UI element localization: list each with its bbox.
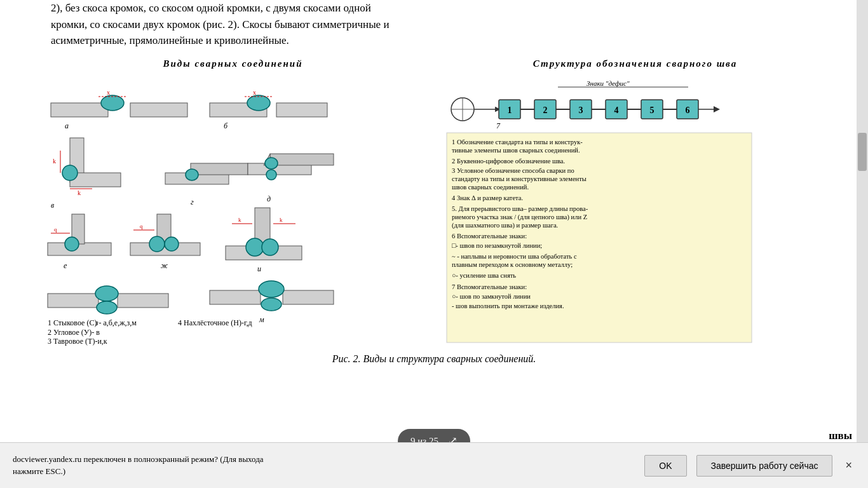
svg-text:6: 6 bbox=[686, 105, 690, 115]
joint-g: г bbox=[165, 163, 248, 207]
svg-point-54 bbox=[95, 286, 118, 301]
notification-line2: нажмите ESC.) bbox=[13, 466, 635, 477]
right-diagram-svg: Знаки "дефис" 1 bbox=[440, 74, 758, 348]
diagram-area: Виды сварных соединений x bbox=[0, 58, 868, 350]
ok-button[interactable]: OK bbox=[644, 455, 686, 477]
figure-caption: Рис. 2. Виды и структура сварных соедине… bbox=[0, 350, 868, 368]
svg-text:- шов выполнить при монтаже из: - шов выполнить при монтаже изделия. bbox=[452, 302, 564, 309]
right-svg-container: Знаки "дефис" 1 bbox=[440, 74, 830, 350]
svg-text:1 Стыковое (С) - а,б,е,ж,з,м: 1 Стыковое (С) - а,б,е,ж,з,м bbox=[48, 318, 137, 327]
svg-text:е: е bbox=[64, 261, 67, 270]
svg-text:q: q bbox=[54, 226, 57, 233]
svg-point-28 bbox=[266, 170, 276, 180]
svg-point-39 bbox=[165, 237, 179, 251]
finish-button[interactable]: Завершить работу сейчас bbox=[696, 455, 833, 477]
close-button[interactable]: × bbox=[842, 456, 855, 475]
svg-rect-57 bbox=[210, 290, 261, 304]
svg-text:2 Угловое (У)- в: 2 Угловое (У)- в bbox=[48, 328, 100, 337]
left-diagram-title: Виды сварных соединений bbox=[38, 58, 428, 69]
svg-text:и: и bbox=[257, 264, 261, 273]
notification-text: docviewer.yandex.ru переключен в полноэк… bbox=[13, 454, 635, 477]
notification-line1: docviewer.yandex.ru переключен в полноэк… bbox=[13, 454, 635, 465]
svg-text:3: 3 bbox=[579, 105, 583, 115]
scrollbar[interactable] bbox=[857, 0, 868, 442]
joint-b: x б bbox=[210, 89, 327, 130]
joint-i: k k и bbox=[226, 208, 302, 273]
svg-text:~ - наплывы и неровности шва о: ~ - наплывы и неровности шва обработать … bbox=[452, 253, 577, 260]
svg-point-8 bbox=[247, 95, 270, 111]
svg-text:x: x bbox=[107, 89, 110, 96]
svg-text:3 Тавровое (Т)-и,к: 3 Тавровое (Т)-и,к bbox=[48, 337, 107, 346]
svg-text:2  Буквенно-цифровое обозначен: 2 Буквенно-цифровое обозначение шва. bbox=[452, 158, 565, 165]
svg-text:4  Знак ∆ и размер катета.: 4 Знак ∆ и размер катета. bbox=[452, 194, 523, 201]
svg-text:(для шахматного шва) и размер : (для шахматного шва) и размер шага. bbox=[452, 222, 558, 229]
svg-text:тивные элементы швов сварных с: тивные элементы швов сварных соединений. bbox=[452, 147, 580, 154]
svg-text:стандарту  на  типы  и  констр: стандарту на типы и конструктивные элеме… bbox=[452, 175, 587, 182]
right-diagram-title: Структура обозначения сварного шва bbox=[440, 58, 830, 69]
svg-text:k: k bbox=[53, 158, 56, 165]
svg-text:в: в bbox=[51, 201, 54, 210]
svg-rect-53 bbox=[118, 294, 168, 308]
joint-e: q е bbox=[48, 214, 111, 270]
bottom-right-partial-text: швы bbox=[829, 430, 852, 442]
notification-bar: docviewer.yandex.ru переключен в полноэк… bbox=[0, 442, 868, 488]
svg-text:швов сварных соединений.: швов сварных соединений. bbox=[452, 184, 529, 191]
svg-point-38 bbox=[149, 236, 165, 252]
left-diagram-svg: x а x б bbox=[38, 74, 349, 348]
svg-rect-7 bbox=[276, 103, 327, 117]
svg-text:6  Вспомогательные  знаки:: 6 Вспомогательные знаки: bbox=[452, 233, 527, 240]
joint-m: м bbox=[210, 281, 334, 324]
svg-text:м: м bbox=[259, 315, 264, 324]
svg-text:○- шов по замкнутой линии: ○- шов по замкнутой линии bbox=[452, 293, 531, 300]
svg-text:q: q bbox=[140, 223, 143, 229]
svg-text:д: д bbox=[267, 194, 271, 203]
left-svg-container: x а x б bbox=[38, 74, 428, 350]
svg-rect-0 bbox=[51, 103, 108, 117]
svg-rect-30 bbox=[48, 243, 111, 255]
svg-text:7: 7 bbox=[496, 121, 501, 130]
svg-text:○- усиление шва снять: ○- усиление шва снять bbox=[452, 272, 516, 279]
svg-point-22 bbox=[186, 169, 198, 180]
svg-point-59 bbox=[259, 281, 284, 297]
svg-point-27 bbox=[265, 158, 278, 169]
right-diagram: Структура обозначения сварного шва Знаки… bbox=[440, 58, 830, 350]
svg-text:г: г bbox=[191, 198, 194, 207]
svg-text:3  Условное  обозначение  спос: 3 Условное обозначение способа сварки по bbox=[452, 167, 574, 174]
svg-text:риемого  участка  знак  /  (дл: риемого участка знак / (для цепного шва)… bbox=[452, 214, 587, 221]
svg-text:4 Нахлёсточное (Н)-г,д: 4 Нахлёсточное (Н)-г,д bbox=[178, 318, 252, 327]
svg-rect-1 bbox=[130, 103, 187, 117]
joint-a: x а bbox=[51, 89, 187, 130]
svg-text:5.  Для  прерывистого  шва–  р: 5. Для прерывистого шва– размер длины пр… bbox=[452, 205, 588, 212]
joint-zh: q ж bbox=[130, 214, 200, 270]
top-line1: 2), без скоса кромок, со скосом одной кр… bbox=[51, 0, 817, 17]
scrollbar-thumb[interactable] bbox=[858, 133, 867, 171]
svg-rect-25 bbox=[270, 154, 334, 165]
svg-point-55 bbox=[97, 301, 117, 314]
svg-text:□- швов по незамкнутой линии;: □- швов по незамкнутой линии; bbox=[452, 242, 542, 249]
svg-text:ж: ж bbox=[161, 261, 168, 270]
svg-text:а: а bbox=[65, 121, 69, 130]
svg-marker-90 bbox=[714, 106, 720, 112]
svg-text:k: k bbox=[78, 189, 81, 196]
svg-text:5: 5 bbox=[650, 105, 654, 115]
svg-text:2: 2 bbox=[543, 105, 548, 115]
svg-text:4: 4 bbox=[614, 105, 619, 115]
joint-v: k k в bbox=[51, 138, 121, 210]
svg-point-46 bbox=[262, 239, 278, 255]
svg-point-2 bbox=[101, 95, 124, 111]
svg-rect-52 bbox=[48, 294, 98, 308]
svg-point-14 bbox=[62, 165, 78, 180]
svg-text:1: 1 bbox=[508, 105, 512, 115]
svg-text:б: б bbox=[224, 121, 228, 130]
top-line2: кромки, со скосами двух кромок (рис. 2).… bbox=[51, 17, 817, 33]
svg-point-45 bbox=[246, 238, 264, 256]
svg-text:7  Вспомогательные  знаки:: 7 Вспомогательные знаки: bbox=[452, 283, 527, 290]
joint-d: д bbox=[248, 154, 334, 203]
svg-text:k: k bbox=[238, 217, 241, 223]
svg-text:Знаки  "дефис": Знаки "дефис" bbox=[587, 79, 630, 87]
svg-text:x: x bbox=[253, 89, 256, 96]
top-line3: асимметричные, прямолинейные и криволине… bbox=[51, 32, 817, 49]
svg-point-60 bbox=[261, 298, 281, 311]
svg-text:1  Обозначение  стандарта  на : 1 Обозначение стандарта на типы и констр… bbox=[452, 139, 583, 146]
svg-rect-58 bbox=[283, 290, 334, 304]
